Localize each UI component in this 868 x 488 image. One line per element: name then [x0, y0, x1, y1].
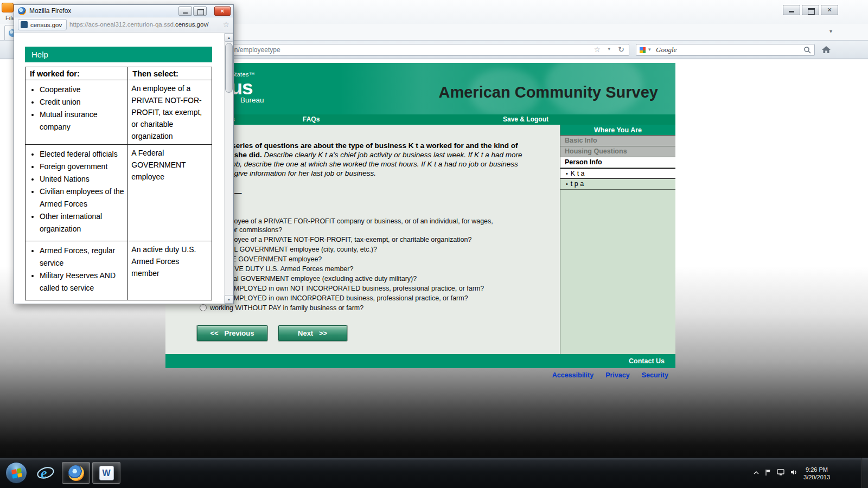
popup-url-text[interactable]: https://acs-oneal312.centurion-qa.ssd.ce… [69, 17, 208, 32]
popup-close-button[interactable]: ✕ [214, 7, 231, 16]
help-col2-header: Then select: [128, 67, 212, 80]
question-intro: The next series of questions are about t… [200, 141, 525, 178]
popup-maximize-button[interactable] [193, 7, 207, 16]
help-item: Other international organization [40, 210, 125, 235]
next-button[interactable]: Next >> [278, 325, 347, 341]
help-item: Civilian employees of the Armed Forces [40, 185, 125, 210]
clock-date: 3/20/2013 [803, 473, 830, 481]
help-select-text: An employee of a PRIVATE NOT-FOR-PROFIT,… [128, 80, 212, 145]
svg-text:e: e [41, 465, 47, 481]
search-input[interactable]: ▾ Google [636, 44, 815, 56]
radio-option[interactable]: a STATE GOVERNMENT employee? [200, 255, 506, 264]
help-item: Credit union [40, 96, 125, 108]
scroll-up-icon[interactable]: ▲ [225, 33, 233, 42]
acs-survey-page: United States™ Census Bureau American Co… [165, 63, 675, 379]
accessibility-link[interactable]: Accessibility [552, 371, 593, 379]
logo-line-bureau: Bureau [240, 96, 276, 104]
help-item: Foreign government [40, 160, 125, 173]
sidebar-item-housing-questions[interactable]: Housing Questions [560, 146, 675, 157]
reload-icon[interactable]: ↻ [618, 45, 624, 54]
option-label[interactable]: SELF-EMPLOYED in own NOT INCORPORATED bu… [210, 284, 484, 293]
radio-option[interactable]: working WITHOUT PAY in family business o… [200, 304, 506, 312]
table-row: Cooperative Credit union Mutual insuranc… [25, 80, 212, 145]
clock-time: 9:26 PM [803, 466, 830, 473]
scroll-down-icon[interactable]: ▼ [225, 295, 233, 304]
site-identity-button[interactable]: census.gov [18, 19, 67, 30]
help-heading: Help [25, 47, 212, 62]
radio-option[interactable]: a Federal GOVERNMENT employee (excluding… [200, 274, 506, 283]
employee-type-radio[interactable] [200, 304, 207, 311]
radio-option[interactable]: an ACTIVE DUTY U.S. Armed Forces member? [200, 265, 506, 273]
popup-scrollbar[interactable]: ▲ ▼ [224, 33, 233, 304]
taskbar-firefox-button[interactable] [62, 462, 90, 484]
main-window-controls: ✕ [783, 5, 838, 15]
firefox-icon [18, 7, 26, 15]
previous-button[interactable]: << Previous [197, 325, 267, 341]
radio-option[interactable]: SELF-EMPLOYED in own NOT INCORPORATED bu… [200, 284, 506, 293]
option-label[interactable]: a Federal GOVERNMENT employee (excluding… [210, 274, 417, 283]
option-label[interactable]: a LOCAL GOVERNMENT employee (city, count… [210, 245, 377, 254]
minimize-button[interactable] [783, 5, 800, 15]
search-engine-dropdown-icon[interactable]: ▾ [648, 47, 651, 52]
taskbar-word-button[interactable]: W [92, 462, 120, 484]
home-icon[interactable] [821, 46, 832, 55]
security-link[interactable]: Security [642, 371, 668, 379]
urlbar-dropdown-icon[interactable]: ▾ [608, 46, 610, 52]
privacy-link[interactable]: Privacy [605, 371, 629, 379]
maximize-button[interactable] [802, 5, 819, 15]
acs-footer-bar: Contact Us [165, 354, 675, 368]
sidebar-item-person-info[interactable]: Person Info [560, 157, 675, 168]
taskbar: e W 9:26 PM 3/20/2013 [0, 457, 868, 488]
firefox-icon [68, 465, 84, 481]
ie-icon: e [36, 464, 55, 481]
network-icon[interactable] [777, 469, 784, 477]
popup-window-controls: ✕ [177, 7, 231, 16]
close-button[interactable]: ✕ [821, 5, 838, 15]
url-prefix: https://acs-oneal312.centurion-qa.ssd. [69, 21, 175, 28]
search-icon[interactable] [803, 46, 811, 55]
acs-header-banner: United States™ Census Bureau American Co… [165, 63, 675, 114]
footer-links: Accessibility Privacy Security [165, 368, 675, 379]
popup-bookmark-star-icon[interactable]: ☆ [222, 20, 229, 29]
radio-option[interactable]: an employee of a PRIVATE FOR-PROFIT comp… [200, 217, 506, 234]
option-label[interactable]: SELF-EMPLOYED in own INCORPORATED busine… [210, 294, 468, 303]
option-label[interactable]: an employee of a PRIVATE FOR-PROFIT comp… [210, 217, 506, 234]
sidebar-item-person-tpa[interactable]: t p a [560, 179, 675, 190]
popup-minimize-button[interactable] [178, 7, 192, 16]
start-button[interactable] [5, 462, 27, 484]
windows-logo-icon [11, 468, 22, 479]
taskbar-clock[interactable]: 9:26 PM 3/20/2013 [803, 466, 830, 481]
show-hidden-icons-icon[interactable] [754, 471, 759, 476]
firefox-help-popup: Mozilla Firefox ✕ census.gov https://acs… [14, 4, 234, 304]
nav-item-faqs[interactable]: FAQs [303, 114, 320, 125]
scrollbar-thumb[interactable] [225, 43, 233, 93]
help-select-text: A Federal GOVERNMENT employee [128, 145, 212, 241]
radio-option[interactable]: an employee of a PRIVATE NOT-FOR-PROFIT,… [200, 235, 506, 244]
action-center-flag-icon[interactable] [765, 469, 771, 478]
taskbar-ie-button[interactable]: e [31, 462, 60, 484]
sidebar-item-person-kta[interactable]: K t a [560, 168, 675, 179]
firefox-app-button[interactable] [2, 3, 14, 12]
word-icon: W [99, 466, 114, 480]
option-label[interactable]: an employee of a PRIVATE NOT-FOR-PROFIT,… [210, 235, 471, 244]
list-all-tabs-icon[interactable]: ▾ [829, 28, 832, 34]
desktop: File Edit View History Bookmarks Tools H… [0, 0, 868, 488]
show-desktop-button[interactable] [861, 458, 868, 488]
popup-titlebar[interactable]: Mozilla Firefox ✕ [14, 5, 233, 17]
option-label[interactable]: working WITHOUT PAY in family business o… [210, 304, 363, 312]
page-title: American Community Survey [438, 84, 658, 101]
url-domain: census.gov/ [175, 21, 208, 28]
sidebar-item-basic-info[interactable]: Basic Info [560, 136, 675, 146]
contact-us-link[interactable]: Contact Us [629, 354, 665, 368]
volume-icon[interactable] [790, 469, 797, 477]
answer-options: an employee of a PRIVATE FOR-PROFIT comp… [200, 217, 506, 313]
search-placeholder[interactable]: Google [656, 44, 676, 55]
nav-buttons: << Previous Next >> [197, 325, 347, 341]
bookmark-star-icon[interactable]: ☆ [593, 45, 601, 54]
acs-nav-bar: Instructions FAQs Save & Logout [165, 114, 675, 125]
radio-option[interactable]: a LOCAL GOVERNMENT employee (city, count… [200, 245, 506, 254]
nav-item-save-logout[interactable]: Save & Logout [503, 114, 548, 125]
popup-title: Mozilla Firefox [29, 5, 71, 17]
popup-content: Help If worked for: Then select: Coopera… [14, 33, 233, 304]
radio-option[interactable]: SELF-EMPLOYED in own INCORPORATED busine… [200, 294, 506, 303]
